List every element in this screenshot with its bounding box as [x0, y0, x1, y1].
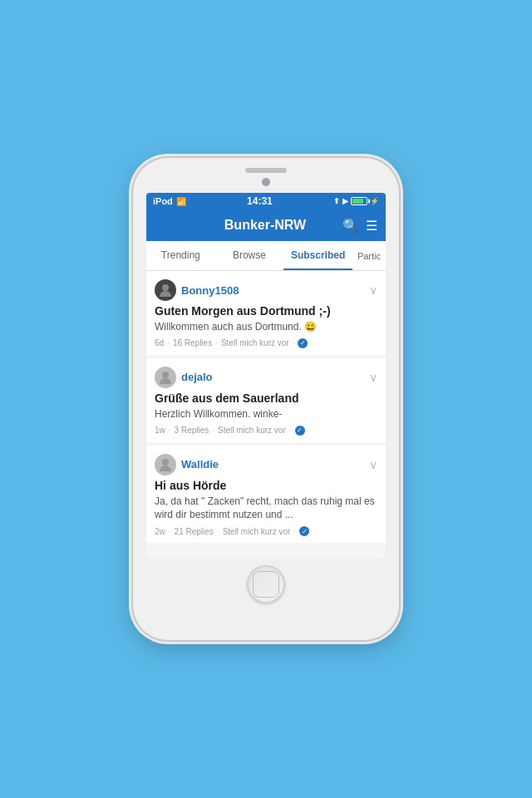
post-preview: Herzlich Willkommen. winke- [155, 407, 377, 421]
post-age: 1w [155, 426, 165, 435]
content-area[interactable]: Bonny1508 ∨ Guten Morgen aus Dortmund ;-… [146, 271, 386, 559]
username[interactable]: Bonny1508 [181, 284, 239, 297]
post-card[interactable]: dejalo ∨ Grüße aus dem Sauerland Herzlic… [146, 358, 386, 442]
avatar-image [155, 279, 176, 301]
nav-bar: Bunker-NRW 🔍 ☰ [146, 209, 386, 241]
post-header: Bonny1508 ∨ [155, 279, 377, 301]
post-replies: 3 Replies [175, 426, 209, 435]
avatar [155, 367, 176, 388]
avatar-image [155, 367, 176, 388]
phone-frame: iPod 📶 14:31 ⬆ ▶ ⚡ Bunker-NRW 🔍 ☰ [133, 158, 399, 640]
avatar [155, 279, 176, 301]
post-user: Bonny1508 [155, 279, 239, 301]
search-icon[interactable]: 🔍 [342, 218, 359, 234]
status-time: 14:31 [247, 195, 273, 207]
device-label: iPod [153, 196, 173, 206]
svg-point-1 [162, 372, 169, 378]
speaker [245, 168, 287, 173]
avatar-image [155, 454, 176, 475]
svg-point-0 [162, 284, 169, 291]
post-preview: Willkommen auch aus Dortmund. 😀 [155, 320, 377, 334]
menu-icon[interactable]: ☰ [366, 218, 377, 234]
tab-trending[interactable]: Trending [146, 241, 215, 270]
post-title: Hi aus Hörde [155, 479, 377, 492]
post-meta: 2w · 21 Replies · Stell mich kurz vor · … [155, 526, 377, 536]
tab-bar: Trending Browse Subscribed Partic [146, 241, 386, 271]
post-user: dejalo [155, 367, 213, 388]
status-left: iPod 📶 [153, 196, 186, 206]
post-header: dejalo ∨ [155, 367, 377, 388]
status-right: ⬆ ▶ ⚡ [333, 197, 379, 205]
chevron-down-icon[interactable]: ∨ [369, 283, 377, 297]
post-replies: 16 Replies [173, 338, 212, 347]
post-category: Stell mich kurz vor [223, 527, 291, 536]
tab-partic[interactable]: Partic [352, 241, 386, 270]
signal-icon: ▶ [342, 197, 348, 205]
home-button-inner [253, 571, 279, 598]
avatar [155, 454, 176, 475]
post-preview: Ja, da hat " Zacken" recht, mach das ruh… [155, 495, 377, 523]
svg-point-2 [162, 459, 169, 466]
battery-icon [351, 197, 367, 205]
camera [262, 178, 270, 186]
post-meta: 6d · 16 Replies · Stell mich kurz vor · … [155, 338, 377, 348]
username[interactable]: dejalo [181, 371, 213, 383]
tab-subscribed[interactable]: Subscribed [283, 241, 352, 270]
post-category: Stell mich kurz vor [221, 338, 289, 347]
battery-fill [352, 199, 363, 204]
home-button[interactable] [247, 565, 285, 603]
chevron-down-icon[interactable]: ∨ [369, 371, 377, 384]
post-age: 2w [155, 527, 165, 536]
wifi-icon: 📶 [176, 197, 186, 206]
post-header: Walldie ∨ [155, 454, 377, 475]
tab-browse[interactable]: Browse [215, 241, 284, 270]
nav-icons: 🔍 ☰ [342, 218, 377, 234]
verified-icon: ✓ [299, 526, 309, 536]
post-user: Walldie [155, 454, 219, 475]
status-bar: iPod 📶 14:31 ⬆ ▶ ⚡ [146, 193, 386, 209]
post-replies: 21 Replies [175, 527, 214, 536]
chevron-down-icon[interactable]: ∨ [369, 458, 377, 471]
post-card[interactable]: Bonny1508 ∨ Guten Morgen aus Dortmund ;-… [146, 271, 386, 355]
post-category: Stell mich kurz vor [218, 426, 286, 435]
nav-title: Bunker-NRW [188, 218, 342, 233]
username[interactable]: Walldie [181, 458, 219, 470]
bolt-icon: ⚡ [370, 197, 379, 205]
verified-icon: ✓ [295, 426, 305, 436]
verified-icon: ✓ [298, 338, 308, 348]
post-age: 6d [155, 338, 164, 347]
location-icon: ⬆ [333, 197, 340, 205]
screen: iPod 📶 14:31 ⬆ ▶ ⚡ Bunker-NRW 🔍 ☰ [146, 193, 386, 559]
post-title: Grüße aus dem Sauerland [155, 392, 377, 405]
post-card[interactable]: Walldie ∨ Hi aus Hörde Ja, da hat " Zack… [146, 446, 386, 544]
post-title: Guten Morgen aus Dortmund ;-) [155, 304, 377, 318]
post-meta: 1w · 3 Replies · Stell mich kurz vor · ✓ [155, 426, 377, 436]
